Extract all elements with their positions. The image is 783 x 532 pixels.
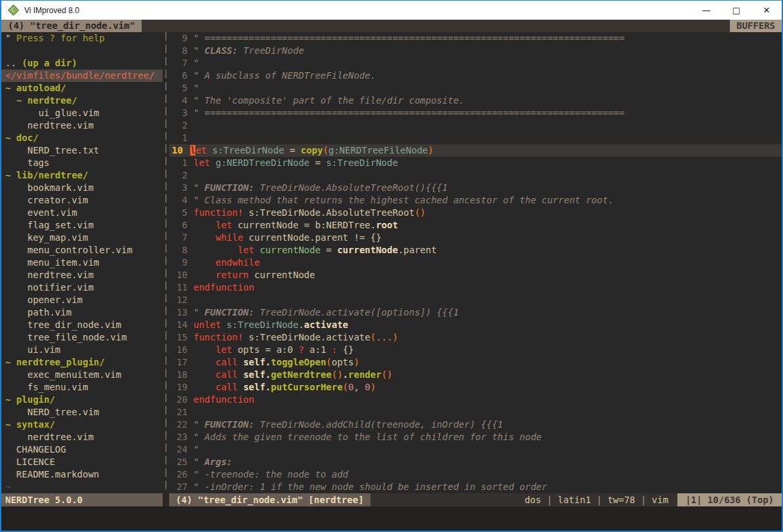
nerdtree-row[interactable]: NERD_tree.vim <box>1 406 163 419</box>
nerdtree-row[interactable]: nerdtree.vim <box>1 269 163 281</box>
editor-line[interactable]: 23" Adds the given treenode to the list … <box>169 431 782 443</box>
nerdtree-panel[interactable]: " Press ? for help.. (up a dir)</vimfile… <box>1 32 163 493</box>
nerdtree-row[interactable]: ui_glue.vim <box>1 107 163 119</box>
window-separator[interactable] <box>163 32 169 493</box>
editor-line[interactable]: 22" FUNCTION: TreeDirNode.addChild(treen… <box>169 419 782 431</box>
code-segment: s:TreeDirNode <box>326 157 398 168</box>
line-text: " FUNCTION: TreeDirNode.addChild(treenod… <box>193 419 503 431</box>
nerdtree-row[interactable]: tags <box>1 157 163 169</box>
editor-line[interactable]: 9 endwhile <box>169 256 782 269</box>
nerdtree-row[interactable]: tree_dir_node.vim <box>1 319 163 331</box>
editor-line[interactable]: 19 call self.putCursorHere(0, 0) <box>169 381 782 394</box>
line-text: flag_set.vim <box>5 220 94 230</box>
nerdtree-row[interactable]: flag_set.vim <box>1 219 163 232</box>
editor-line[interactable]: 14unlet s:TreeDirNode.activate <box>169 319 782 331</box>
nerdtree-row[interactable]: LICENCE <box>1 456 163 468</box>
nerdtree-row[interactable]: creator.vim <box>1 194 163 207</box>
editor-line[interactable]: 16 let opts = a:0 ? a:1 : {} <box>169 344 782 356</box>
editor-line[interactable]: 10 return currentNode <box>169 269 782 281</box>
nerdtree-row[interactable]: notifier.vim <box>1 281 163 294</box>
nerdtree-row[interactable]: menu_controller.vim <box>1 244 163 256</box>
nerdtree-row[interactable]: ~ <box>1 481 163 493</box>
nerdtree-row[interactable]: ~ plugin/ <box>1 394 163 406</box>
editor-line[interactable]: 2 <box>169 119 782 132</box>
tab-tree-dir-node[interactable]: (4) "tree_dir_node.vim" <box>1 20 142 32</box>
line-text: creator.vim <box>5 195 88 205</box>
editor-line[interactable]: 26" -treenode: the node to add <box>169 468 782 481</box>
editor-line[interactable]: 2 <box>169 169 782 182</box>
nerdtree-row[interactable]: key_map.vim <box>1 232 163 244</box>
editor-line[interactable]: 12 <box>169 294 782 306</box>
nerdtree-row[interactable]: menu_item.vim <box>1 256 163 269</box>
nerdtree-row[interactable]: ~ autoload/ <box>1 82 163 94</box>
editor-line[interactable]: 1let g:NERDTreeDirNode = s:TreeDirNode <box>169 157 782 169</box>
line-text: ~ autoload/ <box>5 83 66 93</box>
editor-line[interactable]: 3" =====================================… <box>169 107 782 119</box>
nerdtree-row[interactable]: ~ lib/nerdtree/ <box>1 169 163 182</box>
nerdtree-row[interactable]: </vimfiles/bundle/nerdtree/ <box>1 70 163 82</box>
editor-line[interactable]: 15function! s:TreeDirNode.activate(...) <box>169 331 782 344</box>
editor-line[interactable]: 25" Args: <box>169 456 782 468</box>
editor-line[interactable]: 8" CLASS: TreeDirNode <box>169 45 782 57</box>
editor-line[interactable]: 10let s:TreeDirNode = copy(g:NERDTreeFil… <box>169 144 782 157</box>
nerdtree-row[interactable]: tree_file_node.vim <box>1 331 163 344</box>
nerdtree-row[interactable]: ui.vim <box>1 344 163 356</box>
statusline-info-item: tw=78 <box>607 495 635 505</box>
line-number: 6 <box>169 70 193 82</box>
nerdtree-row[interactable]: ~ doc/ <box>1 132 163 144</box>
command-line[interactable] <box>1 506 782 531</box>
nerdtree-row[interactable]: fs_menu.vim <box>1 381 163 394</box>
code-segment: Press ? for help <box>16 33 105 43</box>
editor-line[interactable]: 9" =====================================… <box>169 32 782 45</box>
maximize-button[interactable]: □ <box>721 1 752 20</box>
editor-line[interactable]: 21 <box>169 406 782 419</box>
editor-buffer[interactable]: 9" =====================================… <box>169 32 782 493</box>
nerdtree-row[interactable]: path.vim <box>1 306 163 319</box>
line-number: 3 <box>169 182 193 194</box>
nerdtree-row[interactable]: ~ syntax/ <box>1 419 163 431</box>
line-number: 9 <box>169 32 193 45</box>
line-text: endfunction <box>193 281 254 294</box>
editor-line[interactable]: 13" FUNCTION: TreeDirNode.activate([opti… <box>169 306 782 319</box>
nerdtree-row[interactable]: ~ nerdtree/ <box>1 94 163 107</box>
editor-line[interactable]: 4" The 'composite' part of the file/dir … <box>169 94 782 107</box>
nerdtree-row[interactable]: nerdtree.vim <box>1 431 163 443</box>
code-segment: currentNode = b:NERDTree. <box>232 220 376 230</box>
nerdtree-row[interactable]: CHANGELOG <box>1 443 163 456</box>
line-number: 11 <box>169 281 193 294</box>
editor-line[interactable]: 27" -inOrder: 1 if the new node should b… <box>169 481 782 493</box>
nerdtree-row[interactable]: nerdtree.vim <box>1 119 163 132</box>
nerdtree-row[interactable]: README.markdown <box>1 468 163 481</box>
editor-line[interactable]: 11endfunction <box>169 281 782 294</box>
line-text: ~ nerdtree/ <box>5 95 77 106</box>
editor-line[interactable]: 7 while currentNode.parent != {} <box>169 232 782 244</box>
editor-line[interactable]: 20endfunction <box>169 394 782 406</box>
editor-line[interactable]: 7" <box>169 57 782 70</box>
editor-line[interactable]: 24" <box>169 443 782 456</box>
editor-line[interactable]: 17 call self.toggleOpen(opts) <box>169 356 782 369</box>
nerdtree-row[interactable] <box>1 45 163 57</box>
editor-line[interactable]: 8 let currentNode = currentNode.parent <box>169 244 782 256</box>
nerdtree-row[interactable]: bookmark.vim <box>1 182 163 194</box>
editor-line[interactable]: 4" Class method that returns the highest… <box>169 194 782 207</box>
nerdtree-row[interactable]: ~ nerdtree_plugin/ <box>1 356 163 369</box>
editor-line[interactable]: 6 let currentNode = b:NERDTree.root <box>169 219 782 232</box>
code-segment: getNerdtree <box>271 369 332 380</box>
code-segment: " Adds the given treenode to the list of… <box>193 432 542 442</box>
editor-line[interactable]: 5function! s:TreeDirNode.AbsoluteTreeRoo… <box>169 207 782 219</box>
editor-line[interactable]: 6" A subclass of NERDTreeFileNode. <box>169 70 782 82</box>
editor-line[interactable]: 5" <box>169 82 782 94</box>
editor-line[interactable]: 18 call self.getNerdtree().render() <box>169 369 782 381</box>
code-segment: " The 'composite' part of the file/dir c… <box>193 95 464 106</box>
minimize-button[interactable]: — <box>691 1 721 20</box>
nerdtree-row[interactable]: NERD_tree.txt <box>1 144 163 157</box>
editor-line[interactable]: 3" FUNCTION: TreeDirNode.AbsoluteTreeRoo… <box>169 182 782 194</box>
nerdtree-row[interactable]: opener.vim <box>1 294 163 306</box>
nerdtree-row[interactable]: .. (up a dir) <box>1 57 163 70</box>
nerdtree-row[interactable]: exec_menuitem.vim <box>1 369 163 381</box>
nerdtree-row[interactable]: " Press ? for help <box>1 32 163 45</box>
editor-line[interactable]: 1 <box>169 132 782 144</box>
close-button[interactable]: ✕ <box>752 1 782 20</box>
code-segment: ~ nerdtree_plugin/ <box>5 357 105 367</box>
nerdtree-row[interactable]: event.vim <box>1 207 163 219</box>
